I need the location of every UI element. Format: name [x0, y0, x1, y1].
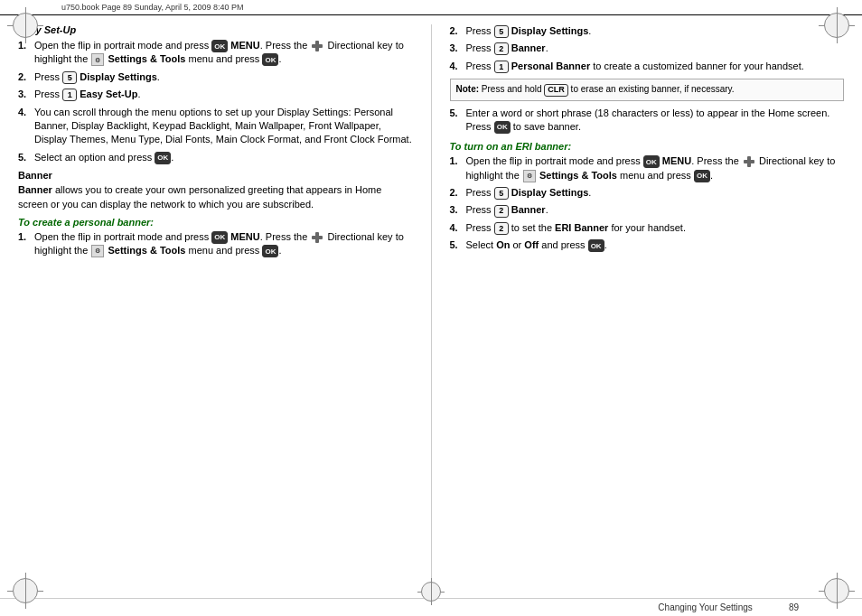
- corner-decoration-tl: [7, 7, 43, 43]
- step-2: 2. Press 5 Display Settings.: [18, 70, 413, 84]
- key-2-1: 2: [494, 42, 509, 55]
- step-1-content: Open the flip in portrait mode and press…: [34, 39, 413, 67]
- step-2-num: 2.: [18, 70, 34, 84]
- eri-step-2: 2. Press 5 Display Settings.: [450, 186, 845, 200]
- ok-key-1b: OK: [262, 53, 278, 66]
- right-step-4-num: 4.: [450, 60, 466, 73]
- step-4-num: 4.: [18, 106, 34, 119]
- key-5-2: 5: [494, 25, 509, 38]
- key-2-2: 2: [494, 205, 509, 218]
- create-banner-steps: 1. Open the flip in portrait mode and pr…: [18, 230, 413, 258]
- eri-step-4: 4. Press 2 to set the ERI Banner for you…: [450, 221, 845, 235]
- right-step-5-content: Enter a word or short phrase (18 charact…: [466, 107, 845, 135]
- banner-step-1-content: Open the flip in portrait mode and press…: [34, 230, 413, 258]
- easy-setup-section: Easy Set-Up 1. Open the flip in portrait…: [18, 24, 413, 164]
- right-step-3-content: Press 2 Banner.: [466, 42, 845, 55]
- step-1: 1. Open the flip in portrait mode and pr…: [18, 39, 413, 67]
- step-3-num: 3.: [18, 88, 34, 101]
- eri-step-2-num: 2.: [450, 186, 466, 200]
- right-column: 2. Press 5 Display Settings. 3. Press 2 …: [432, 24, 845, 589]
- ok-key-2: OK: [155, 152, 171, 164]
- right-step-5: 5. Enter a word or short phrase (18 char…: [450, 107, 845, 135]
- eri-step-4-content: Press 2 to set the ERI Banner for your h…: [466, 221, 845, 235]
- note-label: Note:: [456, 84, 480, 94]
- key-2-3: 2: [494, 222, 509, 235]
- right-step-2-num: 2.: [450, 24, 466, 38]
- eri-step-5-num: 5.: [450, 238, 466, 252]
- top-bar: u750.book Page 89 Sunday, April 5, 2009 …: [0, 0, 862, 15]
- banner-title: Banner: [18, 170, 413, 181]
- right-step-3-num: 3.: [450, 42, 466, 55]
- create-personal-banner-title: To create a personal banner:: [18, 217, 413, 228]
- step-5-left-content: Select an option and press OK.: [34, 151, 413, 164]
- ok-key-5: OK: [643, 155, 660, 168]
- right-banner-steps: 2. Press 5 Display Settings. 3. Press 2 …: [450, 24, 845, 73]
- banner-intro: Banner allows you to create your own per…: [18, 183, 413, 211]
- ok-key-5b: OK: [694, 170, 710, 182]
- footer-page-num: 89: [789, 602, 799, 612]
- banner-section: Banner Banner allows you to create your …: [18, 170, 413, 258]
- note-box: Note: Press and hold CLR to erase an exi…: [450, 79, 845, 100]
- eri-step-3-content: Press 2 Banner.: [466, 203, 845, 217]
- eri-step-5: 5. Select On or Off and press OK.: [450, 238, 845, 252]
- eri-section: To turn on an ERI banner: 1. Open the fl…: [450, 141, 845, 252]
- ok-key-3: OK: [211, 231, 228, 244]
- step-4-content: You can scroll through the menu options …: [34, 106, 413, 147]
- key-1-2: 1: [494, 61, 509, 73]
- step-3: 3. Press 1 Easy Set-Up.: [18, 88, 413, 101]
- bottom-center-mark: [417, 578, 445, 605]
- footer-label: Changing Your Settings: [658, 602, 753, 612]
- banner-step-1-num: 1.: [18, 230, 34, 244]
- eri-step-4-num: 4.: [450, 221, 466, 235]
- clr-key: CLR: [544, 84, 568, 97]
- ok-key-3b: OK: [262, 245, 278, 257]
- main-content: Easy Set-Up 1. Open the flip in portrait…: [0, 15, 862, 598]
- right-step-2-content: Press 5 Display Settings.: [466, 24, 845, 38]
- eri-step-1-content: Open the flip in portrait mode and press…: [466, 154, 845, 182]
- banner-step-1: 1. Open the flip in portrait mode and pr…: [18, 230, 413, 258]
- right-step-5-num: 5.: [450, 107, 466, 120]
- easy-setup-steps: 1. Open the flip in portrait mode and pr…: [18, 39, 413, 164]
- bottom-bar: Changing Your Settings 89: [0, 598, 862, 616]
- corner-decoration-tr: [819, 7, 855, 43]
- eri-step-1-num: 1.: [450, 154, 466, 168]
- key-1-1: 1: [62, 89, 77, 101]
- right-step-4: 4. Press 1 Personal Banner to create a c…: [450, 60, 845, 73]
- top-bar-text: u750.book Page 89 Sunday, April 5, 2009 …: [61, 3, 243, 12]
- step-3-content: Press 1 Easy Set-Up.: [34, 88, 413, 101]
- nav-icon-2: [311, 231, 323, 244]
- eri-step-3-num: 3.: [450, 203, 466, 217]
- eri-step-2-content: Press 5 Display Settings.: [466, 186, 845, 200]
- nav-icon-3: [743, 155, 755, 168]
- ok-key-6: OK: [588, 239, 604, 252]
- eri-step-3: 3. Press 2 Banner.: [450, 203, 845, 217]
- settings-icon-1: ⚙: [91, 53, 104, 66]
- corner-decoration-bl: [7, 573, 43, 609]
- settings-icon-3: ⚙: [523, 170, 536, 182]
- step-2-content: Press 5 Display Settings.: [34, 70, 413, 84]
- step-4: 4. You can scroll through the menu optio…: [18, 106, 413, 147]
- eri-title: To turn on an ERI banner:: [450, 141, 845, 152]
- note-text: Press and hold CLR to erase an existing …: [482, 84, 735, 94]
- key-5-1: 5: [62, 71, 77, 84]
- nav-icon-1: [311, 40, 323, 52]
- left-column: Easy Set-Up 1. Open the flip in portrait…: [18, 24, 432, 589]
- corner-decoration-br: [819, 573, 855, 609]
- eri-step-1: 1. Open the flip in portrait mode and pr…: [450, 154, 845, 182]
- easy-setup-title: Easy Set-Up: [18, 24, 413, 35]
- page-container: u750.book Page 89 Sunday, April 5, 2009 …: [0, 0, 862, 616]
- settings-icon-2: ⚙: [91, 245, 104, 257]
- step-5-left: 5. Select an option and press OK.: [18, 151, 413, 164]
- key-5-3: 5: [494, 187, 509, 200]
- ok-key-1: OK: [211, 40, 228, 52]
- right-step-4-content: Press 1 Personal Banner to create a cust…: [466, 60, 845, 73]
- right-step-3: 3. Press 2 Banner.: [450, 42, 845, 55]
- step-5-left-num: 5.: [18, 151, 34, 164]
- eri-step-5-content: Select On or Off and press OK.: [466, 238, 845, 252]
- ok-key-4: OK: [494, 121, 511, 134]
- right-step-2: 2. Press 5 Display Settings.: [450, 24, 845, 38]
- eri-steps: 1. Open the flip in portrait mode and pr…: [450, 154, 845, 252]
